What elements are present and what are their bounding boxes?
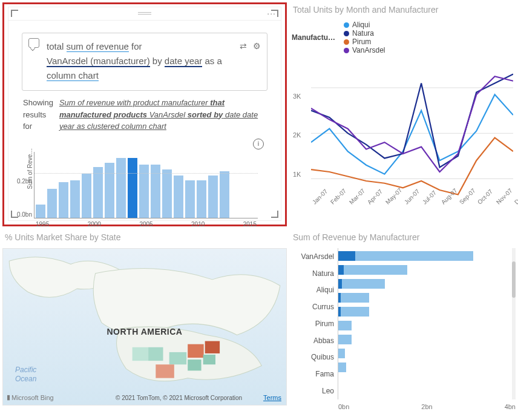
hbar-chart-visual[interactable]: Sum of Revenue by Manufacturer VanArsdel… [290, 230, 516, 418]
qna-question-input[interactable]: ⇄ ⚙ total sum of revenue for VanArsdel (… [22, 33, 267, 91]
mini-xtick: 2005 [139, 221, 152, 228]
drag-grip-icon[interactable] [138, 12, 151, 15]
hbar-row[interactable] [338, 292, 516, 304]
legend-dot-icon [344, 22, 349, 28]
hbar-category-label: Leo [290, 383, 334, 399]
info-icon[interactable]: i [253, 139, 264, 149]
mini-bar[interactable] [208, 176, 218, 217]
hbar-category-label: Quibus [290, 349, 334, 365]
qna-token-measure: sum of revenue [67, 41, 129, 52]
legend-item[interactable]: Aliqui [344, 21, 385, 29]
hbar-category-label: Pirum [290, 316, 334, 332]
legend-item[interactable]: VanArsdel [344, 46, 385, 54]
hbar-bar-segment [338, 251, 355, 261]
hbar-bar[interactable] [338, 251, 473, 261]
hbar-row[interactable] [338, 250, 516, 262]
chat-bubble-icon [28, 38, 39, 48]
hbar-row[interactable] [338, 278, 516, 290]
qna-visual-selected[interactable]: ··· ⇄ ⚙ total sum of revenue for VanArsd… [2, 2, 287, 226]
hbar-scrollbar[interactable] [512, 248, 516, 399]
line-chart-plot[interactable]: 3K 2K 1K Jan-07Feb-07Mar-07Apr-07May-07J… [311, 61, 513, 218]
more-options-button[interactable]: ··· [267, 8, 276, 18]
hbar-xtick: 2bn [421, 403, 432, 410]
hbar-bar[interactable] [338, 321, 352, 330]
hbar-category-label: Fama [290, 366, 334, 382]
hbar-chart-title: Sum of Revenue by Manufacturer [293, 232, 516, 242]
legend-text: Pirum [352, 38, 371, 46]
mini-bar[interactable] [82, 174, 91, 218]
legend-item[interactable]: Pirum [344, 38, 385, 46]
mini-bar[interactable] [36, 205, 45, 218]
hbar-row[interactable] [338, 347, 516, 359]
qna-token-entity: VanArsdel (manufacturer) [47, 56, 150, 67]
hbar-row[interactable] [338, 264, 516, 276]
mini-bar[interactable] [47, 189, 57, 217]
qna-result-chart[interactable]: Sum of Reve… 0.2bn 0.0bn 199520002005201… [25, 152, 258, 218]
svg-rect-6 [156, 364, 174, 378]
hbar-bar[interactable] [338, 363, 346, 372]
map-canvas[interactable]: NORTH AMERICA PacificOcean ▮ Microsoft B… [2, 248, 287, 405]
svg-rect-7 [188, 359, 201, 370]
hbar-bar[interactable] [338, 279, 385, 289]
map-continent-label: NORTH AMERICA [107, 327, 183, 336]
hbar-bar-segment [338, 307, 341, 317]
map-ocean-label: PacificOcean [15, 366, 36, 383]
svg-rect-9 [148, 347, 163, 361]
mini-bar[interactable] [105, 163, 114, 218]
legend-text: Aliqui [352, 21, 370, 29]
line-ytick: 3K [293, 93, 301, 100]
qna-token-dimension: date year [165, 56, 203, 67]
hbar-bar[interactable] [338, 265, 407, 275]
qna-token-viz: column chart [47, 70, 99, 81]
hbar-bar[interactable] [338, 293, 369, 303]
mini-bar[interactable] [116, 158, 126, 217]
hbar-bar[interactable] [338, 307, 369, 317]
mini-bar[interactable] [70, 180, 80, 218]
legend-dot-icon [344, 48, 349, 53]
qna-text: for [129, 41, 142, 51]
hbar-row[interactable] [338, 306, 516, 318]
hbar-row[interactable] [338, 333, 516, 346]
mini-bar[interactable] [197, 180, 206, 218]
hbar-category-label: Aliqui [290, 282, 334, 298]
hbar-bar-segment [338, 279, 342, 289]
hbar-bar[interactable] [338, 349, 345, 358]
hbar-row[interactable] [338, 361, 516, 373]
mini-bar[interactable] [220, 171, 229, 217]
hbar-chart-plot[interactable]: VanArsdelNaturaAliquiCurrusPirumAbbasQui… [290, 248, 516, 399]
mini-bar[interactable] [128, 158, 137, 217]
mini-xtick: 1995 [36, 221, 49, 228]
legend-dot-icon [344, 39, 349, 45]
visual-header[interactable]: ··· [8, 7, 281, 21]
mini-bar[interactable] [59, 182, 68, 217]
qna-text: total [47, 41, 67, 51]
line-chart-visual[interactable]: Total Units by Month and Manufacturer Ma… [290, 2, 516, 226]
mini-bar[interactable] [93, 167, 103, 218]
hbar-row[interactable] [338, 320, 516, 332]
hbar-scroll-thumb[interactable] [512, 261, 516, 298]
settings-gear-icon[interactable]: ⚙ [253, 39, 261, 53]
hbar-category-label: Natura [290, 266, 334, 281]
line-series[interactable] [311, 94, 513, 174]
line-series[interactable] [311, 76, 513, 172]
mini-bar[interactable] [162, 169, 172, 218]
svg-rect-10 [203, 355, 215, 364]
convert-visual-icon[interactable]: ⇄ [240, 39, 247, 53]
mini-bar[interactable] [185, 180, 195, 218]
map-copyright: © 2021 TomTom, © 2021 Microsoft Corporat… [116, 395, 242, 401]
mini-xtick: 2015 [243, 221, 257, 228]
mini-bar[interactable] [174, 176, 183, 217]
hbar-bar[interactable] [338, 335, 352, 344]
resize-handle-br[interactable] [271, 211, 278, 218]
qna-result-restatement: Showing results for Sum of revenue with … [23, 97, 266, 133]
legend-text: Natura [352, 29, 374, 38]
line-xtick: Dec-07 [513, 187, 518, 206]
legend-label: Manufactu… [292, 33, 335, 42]
line-series[interactable] [311, 138, 513, 195]
qna-text: as a [202, 56, 222, 66]
legend-text: VanArsdel [352, 46, 385, 54]
legend-item[interactable]: Natura [344, 29, 385, 38]
map-visual[interactable]: % Units Market Share by State NORTH AMER… [2, 230, 287, 418]
map-terms-link[interactable]: Terms [263, 394, 281, 401]
legend-dot-icon [344, 31, 349, 36]
